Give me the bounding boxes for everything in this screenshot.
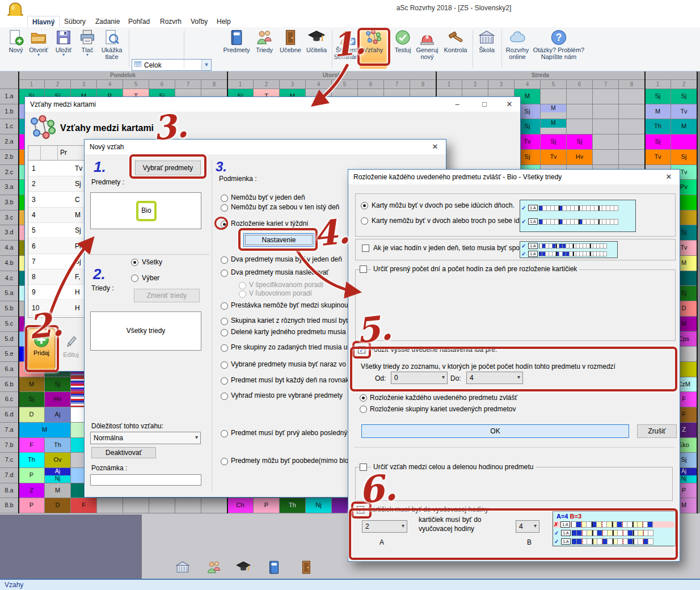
close-icon[interactable]: ✕ <box>504 100 515 109</box>
toolbar-button-u-ebne[interactable]: Učebne <box>277 29 303 69</box>
timetable-card[interactable]: F <box>71 498 96 513</box>
dropdown-arrow-icon[interactable]: ▾ <box>51 53 76 57</box>
checkbox-cards-lesson[interactable]: ✓ <box>357 506 364 513</box>
subject-card-bio[interactable]: Bio <box>136 201 157 221</box>
timetable-card[interactable]: Ov <box>45 453 70 467</box>
settings-button[interactable]: Nastavenie <box>243 233 314 247</box>
view-select-combo[interactable]: Celok ▼ <box>132 59 212 71</box>
radio-group-cards[interactable] <box>360 406 367 413</box>
timetable-card[interactable]: Sj <box>645 134 671 149</box>
checkbox-together-label[interactable]: Ak je viac hodín v jeden deň, tieto musi… <box>373 244 527 252</box>
timetable-card-half[interactable]: Aj <box>45 468 70 475</box>
timetable-card[interactable]: Nj <box>306 498 331 513</box>
importance-combo[interactable]: Normálna ▾ <box>90 432 201 444</box>
radio-condition-1[interactable] <box>221 195 228 202</box>
timetable-card[interactable]: Th <box>645 119 671 134</box>
dropdown-arrow-icon[interactable]: ▾ <box>26 53 51 57</box>
school-icon[interactable] <box>175 560 190 575</box>
radio-selection-classes[interactable] <box>131 275 138 282</box>
combo-b[interactable]: 4 ▾ <box>516 520 539 533</box>
timetable-card[interactable]: Sj <box>671 150 697 165</box>
toolbar-button-generuj-nov-[interactable]: Generuj nový <box>412 29 442 69</box>
menu-tab-5[interactable]: Rozvrh <box>155 16 186 27</box>
timetable-card[interactable]: Hv <box>45 392 70 407</box>
cancel-button[interactable]: Zrušiť <box>637 424 677 438</box>
toolbar-button-kontrola[interactable]: Kontrola <box>441 29 470 69</box>
grad-cap-icon[interactable] <box>236 560 251 575</box>
toolbar-button--kola[interactable]: Škola <box>474 29 499 69</box>
toolbar-button-ot-zky-probl-m-nap-te-n-m[interactable]: ?Otázky? Problém? Napíšte nám <box>532 29 585 69</box>
menu-tab-7[interactable]: Help <box>212 16 235 27</box>
radio-condition-label-15[interactable]: Predmet musí byť prvý alebo posledný <box>231 429 347 437</box>
checkbox-exact-count-label[interactable]: Určiť presný počet dní a počet hodín za … <box>371 265 579 273</box>
radio-condition-label-2[interactable]: Nemôžu byť za sebou v ten istý deň <box>231 203 339 211</box>
menu-tab-1[interactable]: Hlavný <box>27 16 60 27</box>
deactivate-button[interactable]: Deaktivovať <box>91 447 156 458</box>
toolbar-button-predmety[interactable]: Predmety <box>221 29 252 69</box>
relationships-column-header[interactable] <box>41 146 58 161</box>
toolbar-button--tudenti-semin-re[interactable]: Študenti Semináre <box>331 29 363 69</box>
add-relationship-button[interactable]: Pridaj <box>27 328 56 370</box>
radio-condition-4[interactable] <box>221 256 228 264</box>
toolbar-button-ulo-i-[interactable]: Uložiť▾ <box>51 29 76 69</box>
people-icon[interactable] <box>206 560 221 575</box>
radio-condition-10[interactable] <box>221 329 228 336</box>
radio-condition-label-3[interactable]: Rozloženie kariet v týždni <box>231 220 308 227</box>
book-icon[interactable] <box>267 560 281 575</box>
edit-relationship-button[interactable]: Edituj <box>58 332 84 369</box>
toolbar-button-u-itelia[interactable]: Učitelia <box>303 29 330 69</box>
relationships-column-header[interactable] <box>28 146 41 161</box>
note-input[interactable] <box>90 474 201 486</box>
timetable-card[interactable]: P <box>254 498 279 513</box>
radio-group-cards-label[interactable]: Rozloženie skupiny kariet uvedených pred… <box>370 405 516 413</box>
radio-condition-label-5[interactable]: Dva predmety musia nasledovať <box>231 268 329 276</box>
radio-condition-label-14[interactable]: Vyhraď miesto pre vybrané predmety <box>231 391 343 399</box>
timetable-card[interactable]: M <box>541 104 566 119</box>
combo-a[interactable]: 2 ▾ <box>362 520 407 533</box>
radio-consecutive-ok[interactable] <box>361 202 368 209</box>
timetable-card-half[interactable]: Nj <box>45 475 70 483</box>
timetable-card[interactable]: Z <box>19 483 44 498</box>
timetable-card-half[interactable]: M <box>541 104 566 112</box>
timetable-card[interactable]: Th <box>45 438 70 453</box>
radio-consecutive-ok-label[interactable]: Karty môžu byť v dvoch po sebe idúcich d… <box>372 201 515 209</box>
timetable-card[interactable]: D <box>19 407 44 422</box>
radio-each-subject[interactable] <box>360 394 367 402</box>
maximize-icon[interactable]: □ <box>479 100 490 109</box>
door-icon[interactable] <box>299 560 314 575</box>
radio-condition-15[interactable] <box>221 430 228 437</box>
radio-condition-5[interactable] <box>221 269 228 277</box>
timetable-card[interactable]: M <box>645 104 671 119</box>
timetable-card[interactable]: Ch <box>227 498 253 513</box>
timetable-card[interactable]: Tv <box>671 104 697 119</box>
radio-selection-classes-label[interactable]: Výber <box>142 274 159 282</box>
timetable-card[interactable]: Sj <box>567 134 592 149</box>
checkbox-apply-only-label[interactable]: Použiť vyššie uvedené nastavenia iba pre… <box>369 345 497 353</box>
timetable-card[interactable] <box>671 134 697 149</box>
toolbar-button-vz-ahy[interactable]: Vzťahy <box>360 29 387 69</box>
timetable-card[interactable]: Tv <box>541 150 566 165</box>
radio-all-classes-label[interactable]: Všetky <box>142 258 162 266</box>
to-combo[interactable]: 4 ▾ <box>466 372 523 384</box>
radio-condition-14[interactable] <box>221 393 228 400</box>
timetable-card[interactable]: Sj <box>45 377 70 392</box>
menu-tab-4[interactable]: Pohľad <box>124 16 154 27</box>
timetable-card[interactable]: M <box>19 377 44 392</box>
radio-condition-13[interactable] <box>221 377 228 385</box>
timetable-card[interactable]: P <box>19 468 44 483</box>
radio-condition-9[interactable] <box>221 318 228 325</box>
toolbar-button-rozvrhy-online[interactable]: Rozvrhy online <box>503 29 532 69</box>
radio-consecutive-not[interactable] <box>361 217 368 225</box>
menu-tab-6[interactable]: Voľby <box>186 16 212 27</box>
radio-condition-label-8[interactable]: Prestávka nemôže byť medzi skupinou hodí… <box>231 301 367 309</box>
radio-condition-2[interactable] <box>221 204 228 212</box>
timetable-card[interactable]: M <box>671 119 697 134</box>
timetable-card[interactable]: M <box>541 119 566 134</box>
timetable-card[interactable]: Aj <box>45 407 70 422</box>
checkbox-whole-split[interactable] <box>360 463 367 471</box>
timetable-card[interactable]: Th <box>280 498 305 513</box>
timetable-card[interactable]: Sj <box>541 134 566 149</box>
toolbar-button-otvori-[interactable]: Otvoriť▾ <box>26 29 51 69</box>
toolbar-button-nov-[interactable]: Nový <box>3 29 28 69</box>
checkbox-exact-count[interactable] <box>360 266 367 273</box>
